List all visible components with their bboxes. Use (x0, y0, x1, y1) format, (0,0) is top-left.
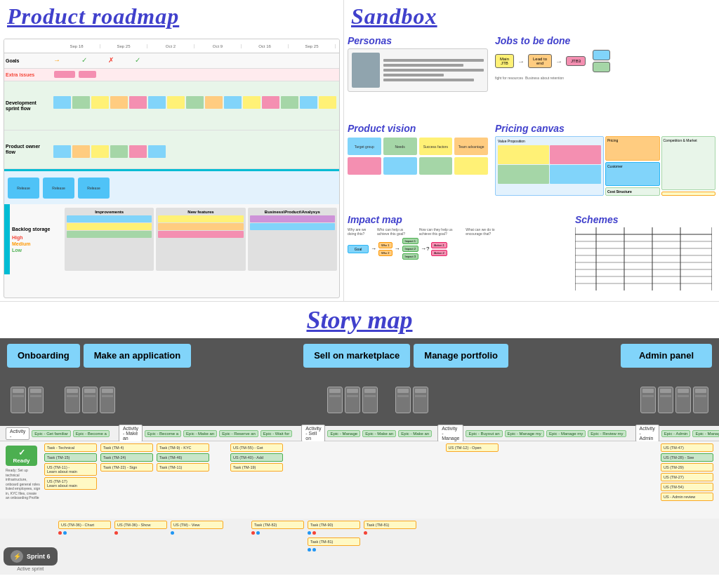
sprint6-area: ⚡ Sprint 6 Active sprint US (TM-36) - Ch… (0, 519, 719, 575)
vision-grid: Target group Needs Success factors Team … (348, 138, 488, 175)
sprint-icon: ⚡ (11, 550, 23, 563)
sprint6-tm81b-dots (364, 531, 416, 535)
dev-sticky-6 (148, 96, 166, 109)
us-col-technical: Task - Technical Task (TM-15) US (TM-11)… (44, 443, 97, 516)
dev-sprint-row: Developmentsprint flow (4, 81, 339, 131)
backlog-storage-label: Backlog storage (12, 227, 50, 232)
business-header: Business\Product\Analysys (250, 210, 335, 214)
epic-card-sell: Sell on marketplace (303, 344, 410, 368)
impact-q4: What can we do to encourage that? (466, 227, 502, 236)
sprint6-tm-view: US (TM) - View (171, 521, 223, 529)
sprint6-tm36-dots (58, 531, 111, 535)
dev-sticky-15 (319, 96, 336, 109)
us-tm11: US (TM-11) -Learn about main (44, 463, 97, 476)
po-sticky-2 (72, 145, 90, 158)
ready-label: Ready (10, 457, 33, 464)
sprint6-col-2: US (TM-36) - Show (114, 521, 167, 573)
sprint-col-3: Oct 2 (147, 44, 194, 48)
persona-line-2 (383, 64, 463, 67)
priority-high: High (12, 235, 30, 240)
epics-header-row: Onboarding Make an application Sell on m… (0, 338, 719, 373)
sprint-col-2: Sep 25 (100, 44, 147, 48)
po-sticky-1 (53, 145, 71, 158)
personas-section: Personas (348, 35, 488, 119)
sprint6-badge[interactable]: ⚡ Sprint 6 (4, 547, 58, 566)
goals-label: Goals (6, 58, 51, 63)
product-roadmap-section: Product roadmap Sep 18 Sep 25 Oct 2 Oct … (0, 0, 344, 302)
us-tm46: Task (TM-46) (157, 453, 209, 462)
dev-sticky-13 (281, 96, 298, 109)
dot-2 (63, 531, 67, 535)
pricing-cost-structure: Cost Structure (605, 187, 660, 196)
job-extra-1 (593, 50, 610, 60)
release-box-3: Release (78, 178, 110, 199)
wf-screen-13 (675, 387, 691, 413)
dev-sticky-9 (205, 96, 223, 109)
impact-q3: How can they help us achieve this goal? (419, 227, 461, 236)
backlog-labels: Backlog storage High Medium Low (10, 204, 62, 274)
impact-q2: Who can help us achieve this goal? (377, 227, 414, 236)
vision-cell-7 (419, 157, 453, 175)
sprint6-view-dots (171, 531, 223, 535)
story-map-title: Story map (306, 302, 412, 338)
epic-sm-buyout: Epic - Buyout an (466, 430, 502, 437)
wireframe-set-onboarding (11, 387, 44, 413)
personas-label: Personas (348, 35, 488, 46)
activity-bar: Activity - Epic - Get familiar Epic - Be… (0, 426, 719, 441)
impact-map-label: Impact map (348, 214, 502, 225)
vision-cell-4: Team advantage (454, 138, 488, 155)
wf-screen-4 (82, 387, 98, 413)
user-stories-area: ✓ Ready Ready: Set up technical infrastr… (0, 441, 719, 519)
impact-how-2: Impact 2 (402, 246, 418, 252)
epic-sm-become-1: Epic - Become a (73, 430, 110, 437)
us-tm17: US (TM-17)Learn about main (44, 477, 97, 490)
epic-sm-wait: Epic - Wait for (260, 430, 292, 437)
schemes-label: Schemes (575, 214, 715, 225)
dot-4 (171, 531, 174, 535)
impact-node-1: Goal (348, 245, 369, 253)
us-tm54: US (TM-54) (661, 483, 713, 491)
us-tm28: US (TM-28) - See (661, 453, 713, 462)
pricing-inner-3 (498, 165, 549, 184)
dot-7 (308, 531, 311, 535)
dot-8 (312, 531, 316, 535)
impact-how-col: Impact 1 Impact 2 Impact 3 (402, 238, 418, 260)
x-1: ✗ (108, 56, 114, 64)
ready-badge: ✓ Ready (6, 446, 37, 466)
arrow-1: → (53, 56, 60, 64)
wf-screen-3 (65, 387, 80, 413)
top-half: Product roadmap Sep 18 Sep 25 Oct 2 Oct … (0, 0, 719, 302)
impact-arrow-2: → (395, 246, 400, 252)
wireframe-set-sell (327, 387, 378, 413)
epic-label-sell: Sell on marketplace (314, 350, 400, 361)
goals-checkmarks: → ✓ ✗ ✓ (53, 55, 338, 65)
impact-how-1: Impact 1 (402, 238, 418, 244)
impact-flow: Goal → Who 1 Who 2 → Impact 1 Impact 2 I… (348, 238, 502, 260)
business-item-1 (250, 215, 335, 222)
improvements-item-2 (67, 223, 152, 230)
jobs-label: Jobs to be done (495, 35, 715, 46)
us-tm19: Task (TM-19) (230, 463, 283, 472)
activity-label-manage: Activity - Manage (437, 425, 463, 442)
dev-sticky-2 (72, 96, 90, 109)
pricing-inner-2 (550, 145, 601, 164)
us-tm11b: Task (TM-11) (157, 463, 209, 472)
epic-sm-reserve: Epic - Reserve an (219, 430, 258, 437)
dev-sticky-14 (300, 96, 317, 109)
impact-q1: Why are we doing this? (348, 227, 371, 236)
extra-issues-label: Extra issues (6, 72, 51, 77)
us-tm12: US (TM-12) - Open (446, 443, 499, 452)
vision-cell-5 (348, 157, 381, 175)
col-gap-1 (213, 443, 227, 516)
us-technical: Task - Technical (44, 443, 97, 452)
sprint6-tm82-dots (251, 531, 304, 535)
wireframe-row (0, 373, 719, 426)
dot-9 (308, 548, 311, 552)
release-box-2: Release (43, 178, 74, 199)
persona-line-4 (383, 74, 444, 76)
release-row: Release Release Release (4, 169, 339, 204)
us-tm9: Task (TM-9) - KYC (157, 443, 209, 452)
persona-info (383, 53, 484, 88)
impact-who-1: Who 1 (378, 242, 393, 248)
us-tm27: US (TM-27) (661, 473, 713, 481)
